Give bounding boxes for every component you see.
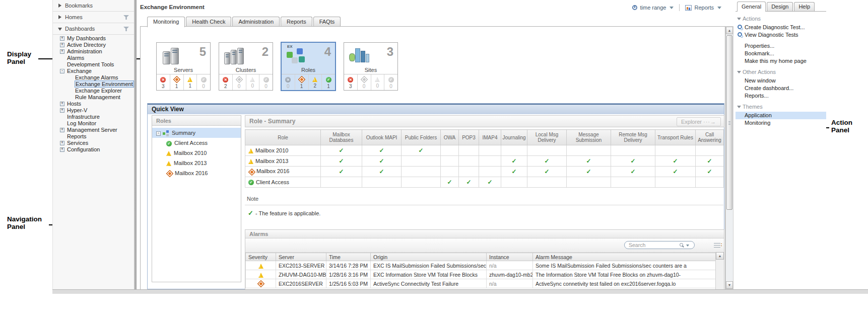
normal-status[interactable]: 0 [259,74,273,90]
nav-item-alarms[interactable]: Alarms [53,55,134,61]
column-header[interactable]: Transport Rules [655,130,696,145]
nav-item-services[interactable]: Services [53,140,134,146]
critical-status[interactable]: 1 [295,74,309,90]
nav-item-exchange[interactable]: Exchange [53,68,134,74]
critical-status[interactable]: 0 [358,74,371,90]
chevron-down-icon[interactable] [717,7,721,9]
tab-design[interactable]: Design [767,2,793,11]
column-header[interactable]: Time [326,253,371,261]
column-header[interactable]: IMAP4 [479,130,501,145]
collapse-icon[interactable] [156,131,161,136]
nav-item-development-tools[interactable]: Development Tools [53,61,134,68]
table-row[interactable]: EXC2013-SERVER 3/14/16 7:28 PM EXC IS Ma… [246,261,717,270]
action-make-home-page[interactable]: Make this my home page [736,57,826,65]
expand-icon[interactable] [60,43,64,47]
main-scrollbar[interactable]: ▲ ▼ [725,26,733,289]
tab-faqts[interactable]: FAQts [313,17,341,26]
column-header[interactable]: Journaling [501,130,527,145]
column-header[interactable]: Origin [371,253,487,261]
action-new-window[interactable]: New window [736,77,826,85]
roles-tree-mailbox-2013[interactable]: Mailbox 2013 [152,158,241,168]
action-create-diagnostic-test[interactable]: Create Diagnostic Test... [736,24,826,31]
fatal-status[interactable]: 2 [219,74,233,90]
section-themes[interactable]: Themes [736,104,826,110]
action-view-diagnostic-tests[interactable]: View Diagnostic Tests [736,31,826,39]
nav-section-dashboards[interactable]: Dashboards [53,23,134,35]
column-header[interactable]: Message Submission [567,130,611,145]
section-other-actions[interactable]: Other Actions [736,69,826,75]
nav-item-hosts[interactable]: Hosts [53,101,134,107]
chevron-down-icon[interactable] [686,245,689,247]
search-input[interactable] [624,241,695,249]
table-row[interactable]: Mailbox 2016 ✓ ✓ ✓ ✓ ✓ ✓ ✓ ✓ [245,167,724,177]
horizontal-scrollbar[interactable] [52,289,868,294]
fatal-status[interactable]: 3 [157,74,170,90]
reports-button[interactable]: Reports [694,5,714,11]
tile-roles[interactable]: EX 4 Roles 0 1 2 1 [281,42,336,91]
column-header[interactable]: Severity [246,253,276,261]
column-header[interactable]: Public Folders [402,130,441,145]
nav-item-reports[interactable]: Reports [53,133,134,140]
column-header[interactable]: Call Answering [696,130,724,145]
table-row[interactable]: EXC2016SERVER 1/25/16 5:03 PM ActiveSync… [246,279,717,288]
expand-icon[interactable] [60,147,64,152]
table-row[interactable]: Mailbox 2010 ✓ ✓ ✓ [245,145,724,156]
expand-icon[interactable] [60,49,64,54]
tile-servers[interactable]: 5 Servers 3 1 1 0 [156,42,211,91]
column-header[interactable]: Remote Msg Delivery [611,130,655,145]
explorer-button[interactable]: Explorer ···→ [677,117,721,126]
nav-item-management-server[interactable]: Management Server [53,127,134,133]
normal-status[interactable]: 1 [322,74,335,90]
action-create-dashboard[interactable]: Create dashboard... [736,85,826,92]
column-header[interactable]: OWA [441,130,459,145]
scrollbar-thumb[interactable] [726,35,732,210]
column-header[interactable]: Server [276,253,326,261]
expand-icon[interactable] [60,108,64,113]
warning-status[interactable]: 2 [309,74,322,90]
time-range-button[interactable]: time range [640,5,666,11]
nav-section-homes[interactable]: Homes [53,12,134,23]
section-actions[interactable]: Actions [736,16,826,22]
column-header[interactable]: Role [245,130,321,145]
nav-item-infrastructure[interactable]: Infrastructure [53,114,134,120]
nav-item-exchange-explorer[interactable]: Exchange Explorer [53,88,134,94]
column-header[interactable]: Alarm Message [533,253,717,261]
tab-administration[interactable]: Administration [232,17,280,26]
warning-status[interactable]: 1 [184,74,197,90]
scroll-up-icon[interactable]: ▲ [716,252,724,260]
filter-icon[interactable] [123,27,129,31]
roles-tree-mailbox-2010[interactable]: Mailbox 2010 [152,148,241,158]
table-row[interactable]: Client Access ✓ ✓ ✓ [245,177,724,188]
action-bookmark[interactable]: Bookmark... [736,50,826,57]
scroll-down-icon[interactable]: ▼ [726,281,733,289]
column-header[interactable]: Local Msg Delivery [527,130,567,145]
collapse-icon[interactable] [60,69,64,73]
customizer-icon[interactable] [714,243,720,248]
filter-icon[interactable] [123,15,129,20]
action-properties[interactable]: Properties... [736,42,826,50]
nav-item-log-monitor[interactable]: Log Monitor [53,120,134,127]
column-header[interactable]: Outlook MAPI [362,130,402,145]
table-row[interactable]: ZHUVM-DAG10-MB2 1/28/16 3:16 PM EXC Info… [246,270,717,279]
critical-status[interactable]: 0 [233,74,246,90]
warning-status[interactable]: 0 [246,74,260,90]
tab-reports[interactable]: Reports [281,17,312,26]
normal-status[interactable]: 0 [384,74,397,90]
tab-monitoring[interactable]: Monitoring [147,17,185,27]
table-row[interactable]: Mailbox 2013 ✓ ✓ ✓ ✓ ✓ ✓ ✓ ✓ [245,156,724,167]
nav-item-active-directory[interactable]: Active Directory [53,42,134,48]
nav-section-bookmarks[interactable]: Bookmarks [53,0,134,12]
roles-tree-mailbox-2016[interactable]: Mailbox 2016 [152,168,241,178]
fatal-status[interactable]: 3 [344,74,358,90]
roles-tree-summary[interactable]: Summary [152,128,241,138]
theme-application[interactable]: Application [736,112,826,119]
panel-splitter[interactable] [134,0,137,289]
nav-item-hyper-v[interactable]: Hyper-V [53,107,134,114]
nav-item-my-dashboards[interactable]: My Dashboards [53,35,134,42]
nav-item-exchange-environment[interactable]: Exchange Environment [53,81,134,88]
nav-item-configuration[interactable]: Configuration [53,146,134,153]
tile-clusters[interactable]: 2 Clusters 2 0 0 0 [219,42,273,91]
nav-item-administration[interactable]: Administration [53,48,134,55]
expand-icon[interactable] [60,36,64,41]
warning-status[interactable]: 0 [371,74,385,90]
